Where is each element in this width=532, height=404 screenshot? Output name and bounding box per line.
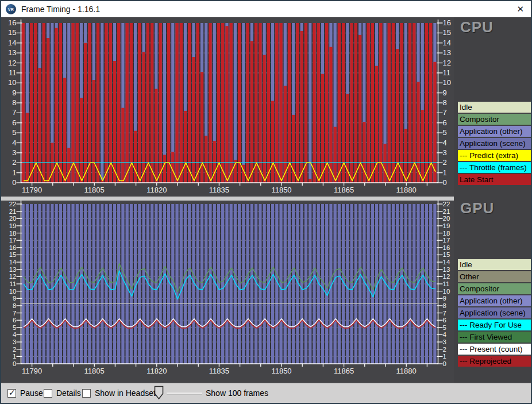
window-title: Frame Timing - 1.16.1 [21,5,100,14]
svg-text:8: 8 [13,302,16,309]
svg-text:11820: 11820 [147,186,167,194]
svg-text:7: 7 [443,310,446,317]
svg-text:17: 17 [9,237,17,244]
svg-text:19: 19 [443,222,450,229]
svg-text:14: 14 [9,259,17,266]
svg-text:5: 5 [443,128,447,137]
pause-checkbox[interactable] [7,389,16,398]
svg-text:11850: 11850 [271,367,291,375]
svg-text:11: 11 [10,280,17,287]
svg-text:15: 15 [443,28,451,37]
svg-text:9: 9 [12,89,16,97]
svg-text:16: 16 [443,244,450,251]
legend-item: Application (scene) [458,138,531,149]
legend-item: --- Ready For Use [458,320,531,330]
svg-text:21: 21 [443,208,450,215]
svg-text:21: 21 [9,208,17,215]
cpu-chart: 0123456789101112131415160123456789101112… [1,17,455,197]
svg-text:5: 5 [13,324,16,331]
svg-text:3: 3 [13,338,16,345]
svg-text:10: 10 [8,78,16,87]
svg-text:22: 22 [443,201,450,207]
legend-item: --- Predict (extra) [458,150,531,161]
svg-text:10: 10 [443,288,450,295]
svg-text:4: 4 [443,138,447,147]
legend-item: Application (other) [458,295,531,306]
svg-text:14: 14 [443,259,450,266]
steamvr-icon-text: VR [8,7,14,11]
legend-item: Other [458,271,531,282]
svg-text:3: 3 [12,148,16,157]
svg-text:6: 6 [443,118,447,127]
legend-item: --- Throttle (frames) [458,162,531,173]
legend-item: Idle [458,102,531,113]
show-in-headset-option: Show in Headset [82,383,156,403]
svg-text:11: 11 [9,68,17,77]
svg-text:9: 9 [13,295,16,302]
svg-text:0: 0 [13,360,16,367]
svg-text:11835: 11835 [209,186,229,194]
svg-text:11880: 11880 [396,186,417,194]
svg-text:1: 1 [12,168,16,177]
gpu-section-title: GPU [460,199,494,217]
svg-text:14: 14 [443,39,451,47]
svg-text:18: 18 [9,230,17,237]
svg-text:18: 18 [443,230,450,237]
svg-text:15: 15 [9,251,17,258]
svg-text:15: 15 [443,251,450,258]
titlebar[interactable]: VR Frame Timing - 1.16.1 ✕ [1,1,531,17]
svg-text:7: 7 [12,108,16,117]
frame-count-text: Show 100 frames [206,383,268,403]
svg-text:11865: 11865 [334,367,354,375]
svg-text:12: 12 [8,59,16,67]
svg-text:11880: 11880 [396,367,417,375]
svg-text:12: 12 [443,59,451,67]
frame-count-slider-thumb[interactable] [154,386,164,400]
svg-text:11850: 11850 [271,186,291,194]
svg-text:10: 10 [443,78,451,87]
legend-item: Application (other) [458,126,531,137]
details-label: Details [56,388,81,398]
svg-text:3: 3 [443,148,447,157]
svg-text:20: 20 [443,215,450,222]
cpu-section-title: CPU [460,18,494,36]
svg-text:19: 19 [9,222,17,229]
legend-item: Late Start [458,174,531,185]
svg-text:7: 7 [13,310,16,317]
svg-text:7: 7 [443,108,447,117]
section-separator [1,197,531,201]
svg-text:1: 1 [13,353,16,360]
svg-text:13: 13 [443,48,451,57]
cpu-legend: IdleCompositorApplication (other)Applica… [458,102,531,186]
svg-text:22: 22 [9,201,17,207]
frame-count-slider-track[interactable] [167,393,202,395]
svg-text:9: 9 [443,295,446,302]
legend-item: Application (scene) [458,307,531,318]
legend-item: --- Reprojected [458,356,531,367]
show-in-headset-checkbox[interactable] [82,389,91,398]
svg-text:17: 17 [443,237,450,244]
svg-text:11805: 11805 [84,367,105,375]
close-icon[interactable]: ✕ [516,1,524,17]
toolbar: Pause Details Show in Headset Show 100 f… [1,383,531,403]
svg-text:13: 13 [443,266,450,273]
svg-text:4: 4 [13,331,17,338]
legend-item: Compositor [458,283,531,294]
svg-text:2: 2 [443,158,447,167]
svg-text:12: 12 [9,273,17,280]
svg-text:8: 8 [12,98,16,107]
svg-text:6: 6 [443,317,446,324]
details-checkbox[interactable] [44,389,52,398]
svg-text:20: 20 [9,215,17,222]
svg-text:12: 12 [443,273,450,280]
show-in-headset-label: Show in Headset [95,388,156,398]
svg-text:0: 0 [443,178,447,187]
svg-text:11805: 11805 [84,186,105,194]
svg-text:4: 4 [12,138,16,147]
svg-text:11820: 11820 [147,367,167,375]
frame-timing-window: VR Frame Timing - 1.16.1 ✕ 0123456789101… [0,0,532,404]
svg-text:9: 9 [443,89,447,97]
svg-text:8: 8 [443,302,446,309]
legend-item: Idle [458,259,531,270]
svg-text:11: 11 [443,68,451,77]
